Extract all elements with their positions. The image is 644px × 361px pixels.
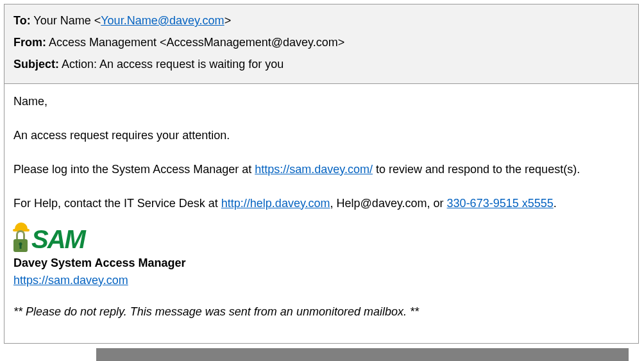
help-pre: For Help, contact the IT Service Desk at [13,197,221,210]
to-line: To: Your Name <Your.Name@davey.com> [13,10,629,31]
signature-link[interactable]: https://sam.davey.com [13,274,128,287]
intro-text: An access request requires your attentio… [13,127,629,144]
from-label: From: [13,36,46,49]
help-mid: , Help@davey.com, or [330,197,447,210]
lock-shackle [16,230,25,239]
lock-icon [13,230,30,252]
subject-value: Action: An access request is waiting for… [62,58,284,71]
to-name: Your Name [33,14,90,27]
help-paragraph: For Help, contact the IT Service Desk at… [13,195,629,212]
greeting: Name, [13,93,629,110]
instruction-post: to review and respond to the request(s). [373,163,580,176]
email-container: To: Your Name <Your.Name@davey.com> From… [4,4,639,344]
sam-logo: SAM [13,221,629,252]
instruction-paragraph: Please log into the System Access Manage… [13,161,629,178]
bottom-bar [96,348,629,361]
system-name: Davey System Access Manager [13,255,629,272]
help-phone-link[interactable]: 330-673-9515 x5555 [447,197,554,210]
to-label: To: [13,14,31,27]
from-line: From: Access Management <AccessManagemen… [13,31,629,53]
sam-logo-text: SAM [31,226,85,252]
lock-body [13,239,28,252]
subject-label: Subject: [13,58,59,71]
instruction-pre: Please log into the System Access Manage… [13,163,255,176]
logo-section: SAM [13,221,629,252]
sam-url-link[interactable]: https://sam.davey.com/ [255,163,373,176]
disclaimer-text: ** Please do not reply. This message was… [13,303,629,321]
subject-line: Subject: Action: An access request is wa… [13,53,629,75]
help-end: . [554,197,557,210]
help-url-link[interactable]: http://help.davey.com [221,197,330,210]
to-email-link[interactable]: Your.Name@davey.com [101,14,224,27]
lock-keyhole [19,242,22,246]
from-value: Access Management <AccessManagement@dave… [49,36,344,49]
email-body: Name, An access request requires your at… [4,84,638,330]
hardhat-icon [15,222,28,230]
email-header: To: Your Name <Your.Name@davey.com> From… [4,4,638,84]
